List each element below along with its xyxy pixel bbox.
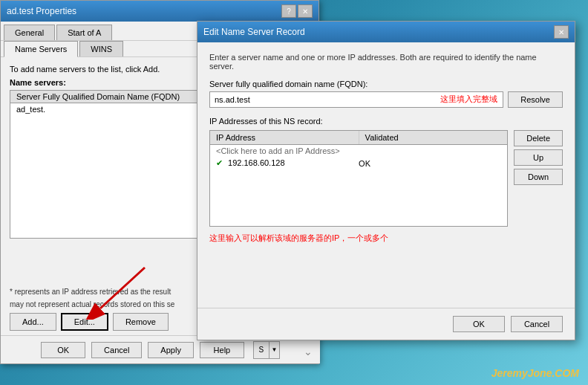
- ip-data-row[interactable]: ✔ 192.168.60.128 OK: [210, 157, 507, 169]
- ip-col-header: IP Address: [210, 131, 359, 144]
- edit-ok-button[interactable]: OK: [453, 316, 505, 332]
- check-icon: ✔: [216, 158, 223, 167]
- edit-close-btn[interactable]: ✕: [554, 25, 569, 39]
- click-add-ip-label: <Click here to add an IP Address>: [216, 146, 359, 155]
- fqdn-label: Server fully qualified domain name (FQDN…: [209, 80, 563, 88]
- watermark: JeremyJone.COM: [491, 367, 579, 379]
- ip-section-label: IP Addresses of this NS record:: [209, 117, 563, 126]
- ip-table: IP Address Validated <Click here to add …: [209, 130, 508, 227]
- resolve-button[interactable]: Resolve: [508, 91, 563, 108]
- edit-description: Enter a server name and one or more IP a…: [209, 53, 563, 71]
- ok-button[interactable]: OK: [41, 342, 85, 358]
- edit-footer: OK Cancel: [197, 308, 575, 340]
- cancel-button[interactable]: Cancel: [91, 342, 142, 358]
- dropdown-arrow[interactable]: S: [253, 341, 270, 359]
- close-titlebar-btn[interactable]: ✕: [298, 4, 313, 18]
- add-button[interactable]: Add...: [10, 313, 56, 331]
- edit-content: Enter a server name and one or more IP a…: [197, 42, 575, 254]
- validated-cell: OK: [359, 159, 501, 168]
- tab-general[interactable]: General: [4, 25, 55, 40]
- ip-table-buttons: Delete Up Down: [514, 130, 563, 227]
- ip-address-cell: ✔ 192.168.60.128: [216, 158, 359, 168]
- main-title: ad.test Properties: [7, 6, 76, 16]
- edit-title: Edit Name Server Record: [203, 27, 305, 37]
- dropdown-chevron[interactable]: ▼: [270, 341, 280, 359]
- help-titlebar-btn[interactable]: ?: [281, 4, 296, 18]
- apply-button[interactable]: Apply: [148, 342, 194, 358]
- edit-titlebar: Edit Name Server Record ✕: [197, 22, 575, 42]
- help-button[interactable]: Help: [200, 342, 244, 358]
- validated-col-header: Validated: [359, 131, 508, 144]
- fqdn-annotation: 这里填入完整域: [440, 94, 497, 105]
- down-ip-button[interactable]: Down: [514, 169, 563, 185]
- tab-name-servers[interactable]: Name Servers: [4, 41, 78, 57]
- add-ip-row[interactable]: <Click here to add an IP Address>: [210, 145, 507, 157]
- edit-dialog: Edit Name Server Record ✕ Enter a server…: [197, 21, 575, 340]
- ip-table-header: IP Address Validated: [210, 131, 507, 145]
- edit-button[interactable]: Edit...: [61, 313, 108, 331]
- up-ip-button[interactable]: Up: [514, 149, 563, 166]
- delete-ip-button[interactable]: Delete: [514, 130, 563, 146]
- ip-table-container: IP Address Validated <Click here to add …: [209, 130, 563, 227]
- ip-annotation: 这里输入可以解析该域的服务器的IP，一个或多个: [209, 233, 563, 244]
- edit-cancel-button[interactable]: Cancel: [511, 316, 563, 332]
- tab-wins[interactable]: WINS: [79, 41, 123, 56]
- tab-start-of-a[interactable]: Start of A: [56, 25, 112, 40]
- remove-button[interactable]: Remove: [113, 313, 169, 331]
- main-titlebar: ad.test Properties ? ✕: [1, 1, 318, 22]
- scroll-down-arrow[interactable]: ⌄: [304, 346, 313, 358]
